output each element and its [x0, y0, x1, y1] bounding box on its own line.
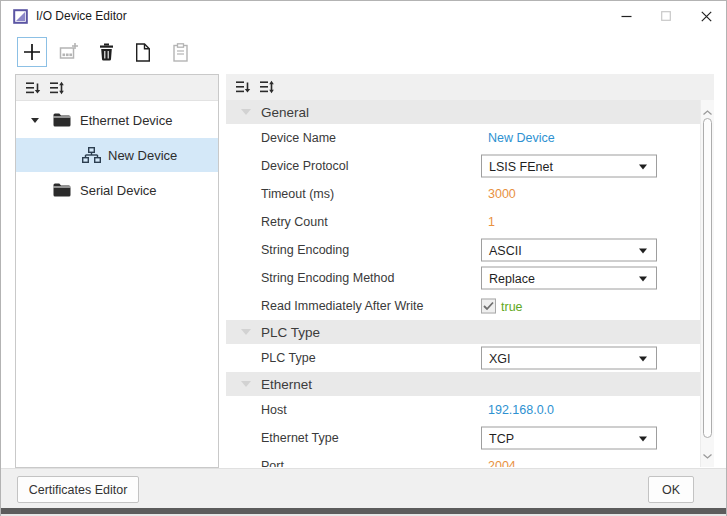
- expand-all-icon[interactable]: [259, 80, 275, 94]
- prop-label: Device Name: [261, 131, 336, 145]
- folder-icon: [53, 183, 71, 197]
- plc-type-dropdown[interactable]: XGI: [481, 347, 657, 370]
- prop-row-ethernet-type: Ethernet Type TCP: [226, 424, 700, 452]
- chevron-down-icon: [241, 381, 251, 387]
- add-device-button[interactable]: [17, 37, 47, 67]
- prop-label: Retry Count: [261, 215, 328, 229]
- title-bar: I/O Device Editor: [1, 1, 726, 31]
- network-device-icon: [82, 147, 101, 163]
- host-value[interactable]: 192.168.0.0: [488, 403, 554, 417]
- prop-label: Read Immediately After Write: [261, 299, 423, 313]
- close-icon[interactable]: [686, 1, 726, 31]
- chevron-down-icon[interactable]: [31, 118, 39, 123]
- prop-label: Timeout (ms): [261, 187, 334, 201]
- app-logo-icon: [13, 9, 28, 24]
- tree-item-label: New Device: [108, 148, 177, 163]
- device-tree-panel: Ethernet Device: [15, 74, 219, 468]
- section-header-ethernet[interactable]: Ethernet: [226, 372, 700, 396]
- chevron-down-icon: [639, 276, 647, 281]
- read-immediately-checkbox-wrap: true: [481, 299, 523, 314]
- chevron-down-icon: [639, 356, 647, 361]
- checkbox-label: true: [501, 299, 523, 313]
- prop-label: PLC Type: [261, 351, 316, 365]
- scroll-down-icon[interactable]: [702, 446, 713, 464]
- prop-row-port: Port 2004: [226, 452, 700, 467]
- chevron-down-icon: [639, 436, 647, 441]
- trash-icon: [98, 43, 115, 61]
- vertical-scrollbar[interactable]: [700, 100, 714, 467]
- expand-all-icon[interactable]: [49, 81, 65, 95]
- plus-icon: [23, 43, 41, 61]
- tree-item-ethernet-device[interactable]: Ethernet Device: [16, 104, 218, 136]
- main-toolbar: [1, 31, 726, 73]
- tree-item-serial-device[interactable]: Serial Device: [16, 174, 218, 206]
- tree-item-label: Serial Device: [80, 183, 157, 198]
- device-tree: Ethernet Device: [16, 101, 218, 206]
- ethernet-type-dropdown[interactable]: TCP: [481, 427, 657, 450]
- section-title: Ethernet: [261, 377, 312, 392]
- string-encoding-dropdown[interactable]: ASCII: [481, 239, 657, 262]
- dropdown-selected-value: TCP: [489, 431, 514, 445]
- prop-label: Host: [261, 403, 287, 417]
- prop-label: Device Protocol: [261, 159, 349, 173]
- folder-icon: [53, 113, 71, 127]
- device-name-value[interactable]: New Device: [488, 131, 555, 145]
- window-controls: [606, 1, 726, 31]
- dropdown-selected-value: ASCII: [489, 243, 522, 257]
- collapse-all-icon[interactable]: [235, 80, 251, 94]
- io-device-editor-window: I/O Device Editor: [0, 0, 727, 516]
- copy-icon: [135, 43, 151, 62]
- delete-button[interactable]: [91, 37, 121, 67]
- chevron-down-icon: [639, 248, 647, 253]
- paste-button: [165, 37, 195, 67]
- dropdown-selected-value: LSIS FEnet: [489, 159, 553, 173]
- dropdown-selected-value: Replace: [489, 271, 535, 285]
- prop-row-device-name: Device Name New Device: [226, 124, 700, 152]
- prop-row-plc-type: PLC Type XGI: [226, 344, 700, 372]
- checkbox-checked-icon[interactable]: [481, 299, 496, 314]
- prop-row-host: Host 192.168.0.0: [226, 396, 700, 424]
- section-header-general[interactable]: General: [226, 100, 700, 124]
- chevron-down-icon: [639, 164, 647, 169]
- prop-label: Port: [261, 459, 284, 467]
- tree-item-new-device[interactable]: New Device: [16, 138, 218, 172]
- prop-row-device-protocol: Device Protocol LSIS FEnet: [226, 152, 700, 180]
- certificates-editor-button[interactable]: Certificates Editor: [17, 476, 139, 503]
- paste-icon: [173, 43, 188, 62]
- dropdown-selected-value: XGI: [489, 351, 511, 365]
- device-protocol-dropdown[interactable]: LSIS FEnet: [481, 155, 657, 178]
- retry-count-value[interactable]: 1: [488, 215, 495, 229]
- add-device-group-icon: [59, 42, 79, 62]
- prop-row-string-encoding-method: String Encoding Method Replace: [226, 264, 700, 292]
- prop-label: Ethernet Type: [261, 431, 339, 445]
- ok-button[interactable]: OK: [648, 476, 694, 503]
- scrollbar-thumb[interactable]: [703, 118, 712, 438]
- prop-row-read-immediately: Read Immediately After Write true: [226, 292, 700, 320]
- prop-row-string-encoding: String Encoding ASCII: [226, 236, 700, 264]
- footer-bar: Certificates Editor OK: [1, 468, 726, 508]
- copy-button[interactable]: [128, 37, 158, 67]
- chevron-down-icon: [241, 109, 251, 115]
- prop-label: String Encoding: [261, 243, 349, 257]
- prop-row-timeout: Timeout (ms) 3000: [226, 180, 700, 208]
- section-header-plc-type[interactable]: PLC Type: [226, 320, 700, 344]
- port-value[interactable]: 2004: [488, 459, 516, 467]
- add-device-group-button: [54, 37, 84, 67]
- tree-panel-toolbar: [16, 75, 218, 101]
- prop-label: String Encoding Method: [261, 271, 394, 285]
- property-panel-toolbar: [226, 74, 714, 100]
- section-title: General: [261, 105, 309, 120]
- minimize-icon[interactable]: [606, 1, 646, 31]
- prop-row-retry-count: Retry Count 1: [226, 208, 700, 236]
- tree-item-label: Ethernet Device: [80, 113, 173, 128]
- window-title: I/O Device Editor: [36, 9, 127, 23]
- maximize-icon: [646, 1, 686, 31]
- timeout-value[interactable]: 3000: [488, 187, 516, 201]
- property-grid: General Device Name New Device Device Pr…: [226, 100, 700, 467]
- chevron-down-icon: [241, 329, 251, 335]
- collapse-all-icon[interactable]: [25, 81, 41, 95]
- property-panel: General Device Name New Device Device Pr…: [226, 74, 714, 467]
- section-title: PLC Type: [261, 325, 320, 340]
- string-encoding-method-dropdown[interactable]: Replace: [481, 267, 657, 290]
